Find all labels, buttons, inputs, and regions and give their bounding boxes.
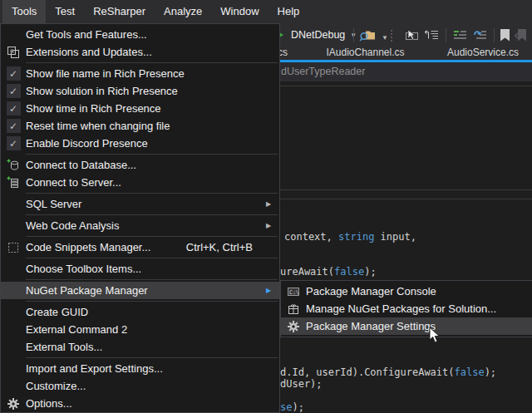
- database-add-icon: [1, 159, 26, 172]
- menu-item-label: Show time in Rich Presence: [26, 102, 266, 115]
- menu-separator: [26, 193, 278, 194]
- find-dropdown-chevron-icon[interactable]: ▼: [382, 26, 388, 49]
- checkmark-icon: ✓: [7, 84, 21, 98]
- checkmark-icon: ✓: [7, 101, 21, 116]
- snippets-icon: [1, 241, 26, 254]
- menu-item-show-solution-in-rich-presence[interactable]: ✓Show solution in Rich Presence: [1, 82, 279, 100]
- menu-item-customize[interactable]: Customize...: [1, 377, 279, 395]
- mouse-cursor: [429, 327, 441, 347]
- menubar: ToolsTestReSharperAnalyzeWindowHelp: [0, 0, 532, 23]
- nuget-package-manager-submenu: C:\Package Manager ConsoleManage NuGet P…: [280, 280, 532, 337]
- menu-item-nuget-package-manager[interactable]: NuGet Package Manager▶: [1, 282, 279, 299]
- menu-item-enable-discord-presence[interactable]: ✓Enable Discord Presence: [1, 135, 279, 152]
- menu-item-show-file-name-in-rich-presence[interactable]: ✓Show file name in Rich Presence: [1, 65, 279, 82]
- menu-item-create-guid[interactable]: Create GUID: [1, 303, 279, 321]
- menubar-item-resharper[interactable]: ReSharper: [84, 0, 155, 23]
- previous-bookmark-button[interactable]: [515, 23, 528, 47]
- submenu-item-manage-nuget-packages-for-solution[interactable]: Manage NuGet Packages for Solution...: [281, 300, 532, 317]
- submenu-arrow-icon: ▶: [266, 222, 278, 229]
- menu-item-connect-to-server[interactable]: Connect to Server...: [1, 174, 279, 191]
- menubar-item-test[interactable]: Test: [46, 0, 84, 23]
- menu-item-code-snippets-manager[interactable]: Code Snippets Manager...Ctrl+K, Ctrl+B: [1, 238, 279, 256]
- navigate-to-button[interactable]: [404, 23, 420, 47]
- gear-icon: [281, 320, 306, 333]
- menu-separator: [26, 279, 278, 280]
- format-selection-icon: [472, 28, 488, 42]
- menu-item-label: Create GUID: [26, 306, 266, 318]
- submenu-arrow-icon: ▶: [266, 287, 278, 294]
- menubar-item-window[interactable]: Window: [211, 0, 268, 23]
- menu-check-gutter: ✓: [1, 84, 26, 98]
- gear-icon: [1, 397, 26, 411]
- menu-item-extensions-and-updates[interactable]: Extensions and Updates...: [1, 43, 279, 61]
- bookmark-icon: [500, 29, 510, 42]
- menubar-item-tools[interactable]: Tools: [2, 0, 46, 23]
- menu-item-shortcut: Ctrl+K, Ctrl+B: [186, 241, 253, 253]
- checkmark-icon: ✓: [7, 66, 21, 81]
- menu-separator: [26, 258, 278, 258]
- find-in-files-icon: [359, 28, 376, 42]
- menu-separator: [26, 214, 278, 215]
- menu-check-gutter: ✓: [1, 66, 26, 81]
- format-document-icon: [452, 28, 468, 42]
- menu-item-label: Options...: [26, 397, 266, 410]
- copy-reference-icon: [424, 28, 440, 42]
- menu-item-label: Reset time when changing file: [26, 120, 266, 132]
- menu-item-external-tools[interactable]: External Tools...: [1, 338, 279, 356]
- tab-iaudiochannel-cs[interactable]: IAudioChannel.cs: [313, 47, 417, 60]
- menu-item-label: Package Manager Console: [306, 285, 519, 297]
- tools-menu-dropdown: Get Tools and Features...Extensions and …: [0, 23, 280, 413]
- menu-item-label: Manage NuGet Packages for Solution...: [306, 302, 519, 315]
- menu-separator: [26, 236, 278, 237]
- code-line: ureAwait(false);: [280, 266, 377, 278]
- menu-separator: [26, 357, 278, 358]
- menu-item-label: Import and Export Settings...: [26, 362, 266, 375]
- extensions-icon: [1, 46, 26, 59]
- toolbar-separator: [494, 28, 495, 42]
- menu-item-web-code-analysis[interactable]: Web Code Analysis▶: [1, 217, 279, 234]
- copy-reference-button[interactable]: [424, 23, 440, 47]
- console-icon: C:\: [281, 285, 306, 298]
- menu-item-label: Show solution in Rich Presence: [26, 85, 266, 97]
- menu-separator: [26, 301, 278, 302]
- editor-guide-line: [280, 189, 532, 190]
- code-line: se);: [280, 401, 304, 413]
- menu-item-external-command-2[interactable]: External Command 2: [1, 321, 279, 338]
- menu-item-label: Choose Toolbox Items...: [26, 263, 266, 275]
- find-in-files-button[interactable]: [359, 23, 376, 47]
- menu-item-choose-toolbox-items[interactable]: Choose Toolbox Items...: [1, 260, 279, 278]
- format-document-button[interactable]: [452, 23, 468, 47]
- menu-item-connect-to-database[interactable]: Connect to Database...: [1, 156, 279, 174]
- menu-item-label: Get Tools and Features...: [26, 28, 266, 41]
- menu-item-label: Web Code Analysis: [26, 219, 266, 232]
- menu-item-options[interactable]: Options...: [1, 395, 279, 412]
- toolbar-grip[interactable]: [390, 29, 393, 42]
- run-target-dropdown[interactable]: DNetDebug ▼: [286, 23, 357, 47]
- svg-text:C:\: C:\: [289, 288, 299, 295]
- menu-item-label: External Tools...: [26, 341, 266, 353]
- checkmark-icon: ✓: [7, 119, 21, 133]
- menu-item-label: Enable Discord Presence: [26, 137, 266, 150]
- menu-item-show-time-in-rich-presence[interactable]: ✓Show time in Rich Presence: [1, 100, 279, 117]
- menu-check-gutter: ✓: [1, 136, 26, 150]
- navigation-bar-type-name: dUserTypeReader: [281, 62, 365, 81]
- menu-separator: [26, 154, 278, 155]
- code-line: context, string input,: [284, 231, 416, 243]
- menu-item-reset-time-when-changing-file[interactable]: ✓Reset time when changing file: [1, 117, 279, 135]
- format-selection-button[interactable]: [472, 23, 488, 47]
- toggle-bookmark-button[interactable]: [500, 23, 510, 47]
- toolbar-separator: [353, 28, 354, 42]
- menu-item-sql-server[interactable]: SQL Server▶: [1, 195, 279, 213]
- code-line: d.Id, userId).ConfigureAwait(false);: [280, 366, 496, 378]
- menu-item-get-tools-and-features[interactable]: Get Tools and Features...: [1, 26, 279, 43]
- submenu-item-package-manager-console[interactable]: C:\Package Manager Console: [281, 283, 532, 300]
- tab-audioservice-cs[interactable]: AudioService.cs: [436, 47, 530, 60]
- menu-item-label: Customize...: [26, 380, 266, 392]
- menu-check-gutter: ✓: [1, 119, 26, 133]
- submenu-item-package-manager-settings[interactable]: Package Manager Settings: [281, 317, 532, 335]
- menubar-item-analyze[interactable]: Analyze: [155, 0, 211, 23]
- navigate-to-icon: [404, 28, 420, 42]
- menubar-item-help[interactable]: Help: [268, 0, 309, 23]
- menu-item-import-and-export-settings[interactable]: Import and Export Settings...: [1, 360, 279, 377]
- menu-item-label: Connect to Server...: [26, 176, 266, 189]
